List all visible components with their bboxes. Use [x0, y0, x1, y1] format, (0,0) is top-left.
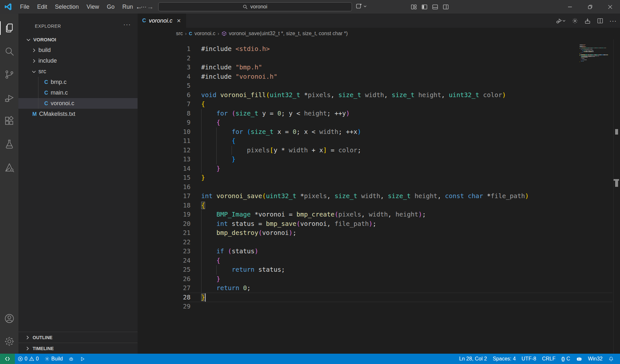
code-line-27[interactable]: 27 return 0;	[138, 284, 620, 293]
encoding-setting[interactable]: UTF-8	[519, 354, 539, 364]
run-or-debug-button[interactable]	[555, 17, 566, 24]
indentation-setting[interactable]: Spaces: 4	[490, 354, 519, 364]
menu-edit[interactable]: Edit	[34, 2, 50, 12]
tree-item-voronoi-c[interactable]: Cvoronoi.c	[18, 98, 138, 109]
code-line-6[interactable]: 6void voronoi_fill(uint32_t *pixels, siz…	[138, 91, 620, 100]
overview-ruler-mark	[615, 181, 618, 187]
activitybar-run-debug[interactable]	[0, 90, 18, 106]
menu-selection[interactable]: Selection	[52, 2, 82, 12]
breadcrumb-symbol[interactable]: voronoi_save(uint32_t *, size_t, size_t,…	[229, 31, 348, 36]
language-mode[interactable]: {} C	[558, 354, 573, 364]
code-line-1[interactable]: 1#include <stdio.h>	[138, 45, 620, 54]
more-actions-icon[interactable]: ···	[609, 17, 617, 25]
eol-setting[interactable]: CRLF	[539, 354, 558, 364]
copilot-menu[interactable]	[355, 3, 367, 10]
toggle-panel-icon[interactable]	[432, 4, 438, 10]
menu-file[interactable]: File	[17, 2, 33, 12]
code-line-19[interactable]: 19 BMP_Image *voronoi = bmp_create(pixel…	[138, 210, 620, 219]
code-line-3[interactable]: 3#include "bmp.h"	[138, 63, 620, 72]
activitybar-search[interactable]	[0, 44, 18, 59]
code-line-2[interactable]: 2	[138, 54, 620, 63]
outline-section[interactable]: OUTLINE	[18, 332, 138, 343]
customize-layout-icon[interactable]	[411, 4, 417, 10]
folder-section-header[interactable]: VORONOI	[18, 34, 138, 45]
code-line-20[interactable]: 20 int status = bmp_save(voronoi, file_p…	[138, 219, 620, 229]
chevron-right-icon	[25, 346, 30, 351]
code-token	[216, 91, 220, 99]
nav-back-icon[interactable]: ←	[136, 3, 142, 11]
code-line-4[interactable]: 4#include "voronoi.h"	[138, 72, 620, 82]
code-line-13[interactable]: 13 }	[138, 155, 620, 164]
breadcrumb-folder[interactable]: src	[176, 31, 183, 36]
toggle-secondary-sidebar-icon[interactable]	[443, 4, 449, 10]
export-box-icon[interactable]	[584, 17, 591, 24]
menu-view[interactable]: View	[83, 2, 102, 12]
restore-button[interactable]	[580, 0, 600, 14]
code-line-17[interactable]: 17int voronoi_save(uint32_t *pixels, siz…	[138, 192, 620, 201]
platform-indicator[interactable]: Win32	[585, 354, 605, 364]
code-line-18[interactable]: 18{	[138, 201, 620, 210]
search-icon	[4, 46, 15, 57]
nav-forward-icon[interactable]: →	[147, 3, 154, 11]
problems-indicator[interactable]: 0 0	[15, 354, 42, 364]
code-line-22[interactable]: 22	[138, 238, 620, 247]
accounts-button[interactable]	[0, 311, 18, 326]
code-line-14[interactable]: 14 }	[138, 164, 620, 174]
tree-item-cmakelists-txt[interactable]: MCMakelists.txt	[18, 109, 138, 119]
close-button[interactable]	[600, 0, 620, 14]
code-token: file_path	[491, 192, 525, 200]
code-line-7[interactable]: 7{	[138, 100, 620, 109]
split-editor-icon[interactable]	[597, 17, 604, 24]
configure-gear-icon[interactable]	[572, 17, 578, 24]
activitybar-explorer[interactable]	[0, 20, 18, 36]
menu-go[interactable]: Go	[104, 2, 118, 12]
code-line-28[interactable]: 28}	[138, 293, 620, 302]
notifications-bell[interactable]	[605, 354, 617, 364]
minimap[interactable]	[580, 45, 609, 83]
minimize-button[interactable]	[560, 0, 580, 14]
code-token	[357, 192, 361, 200]
code-line-25[interactable]: 25 return status;	[138, 265, 620, 275]
code-line-10[interactable]: 10 for (size_t x = 0; x < width; ++x)	[138, 127, 620, 137]
code-line-16[interactable]: 16	[138, 183, 620, 192]
toggle-primary-sidebar-icon[interactable]	[421, 4, 428, 10]
code-editor[interactable]: 1#include <stdio.h>23#include "bmp.h"4#i…	[138, 39, 620, 354]
code-line-12[interactable]: 12 pixels[y * width + x] = color;	[138, 146, 620, 155]
tab-close-icon[interactable]: ✕	[177, 18, 181, 24]
timeline-section[interactable]: TIMELINE	[18, 343, 138, 354]
cmake-build-button[interactable]: Build	[42, 354, 66, 364]
menu-run[interactable]: Run	[119, 2, 136, 12]
code-line-11[interactable]: 11 {	[138, 136, 620, 146]
code-line-15[interactable]: 15}	[138, 173, 620, 183]
tab-voronoi-c[interactable]: C voronoi.c ✕	[138, 14, 186, 28]
command-center-search[interactable]: voronoi	[158, 2, 352, 11]
tree-item-bmp-c[interactable]: Cbmp.c	[18, 77, 138, 87]
activitybar-extensions[interactable]	[0, 113, 18, 129]
tree-item-build[interactable]: build	[18, 45, 138, 56]
cursor-position[interactable]: Ln 28, Col 2	[456, 354, 490, 364]
activitybar-cmake[interactable]	[0, 160, 18, 175]
tree-item-main-c[interactable]: Cmain.c	[18, 87, 138, 98]
tree-item-src[interactable]: src	[18, 66, 138, 77]
launch-target-button[interactable]	[77, 354, 88, 364]
explorer-more-actions-icon[interactable]: ···	[123, 21, 131, 28]
code-line-8[interactable]: 8 for (size_t y = 0; y < height; ++y)	[138, 109, 620, 118]
debug-target-button[interactable]	[66, 354, 77, 364]
remote-indicator[interactable]	[0, 354, 15, 364]
copilot-status[interactable]	[573, 354, 585, 364]
line-number: 29	[138, 302, 191, 311]
code-line-9[interactable]: 9 {	[138, 118, 620, 127]
code-line-24[interactable]: 24 {	[138, 256, 620, 266]
activitybar-source-control[interactable]	[0, 67, 18, 82]
tree-item-include[interactable]: include	[18, 56, 138, 66]
code-line-29[interactable]: 29	[138, 302, 620, 311]
workspace-name: VORONOI	[33, 37, 56, 42]
code-line-5[interactable]: 5	[138, 81, 620, 91]
code-line-21[interactable]: 21 bmp_destroy(voronoi);	[138, 228, 620, 238]
code-line-26[interactable]: 26 }	[138, 275, 620, 284]
activitybar-testing[interactable]	[0, 136, 18, 152]
code-line-23[interactable]: 23 if (status)	[138, 247, 620, 256]
settings-button[interactable]	[0, 334, 18, 349]
code-token: (	[228, 248, 232, 255]
breadcrumb-file[interactable]: voronoi.c	[194, 31, 215, 36]
